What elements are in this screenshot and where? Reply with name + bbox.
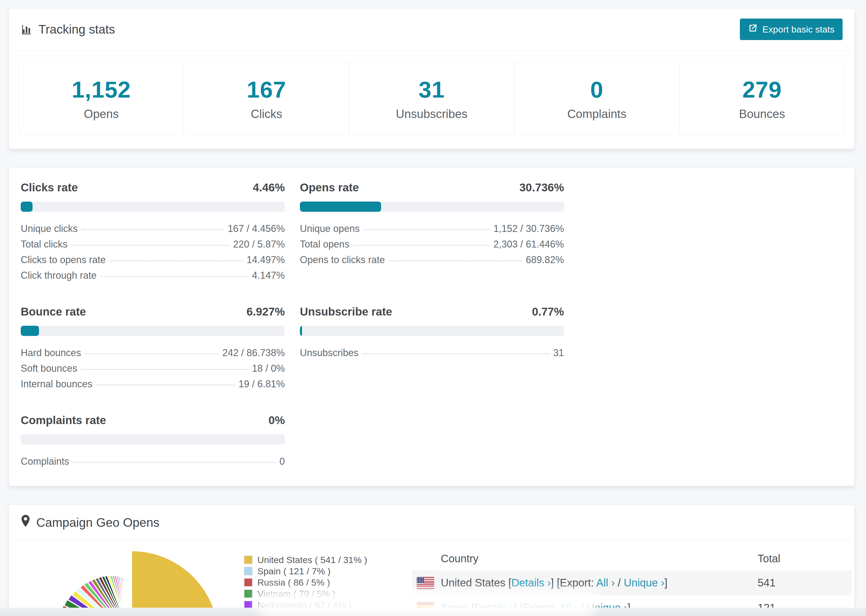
rate-value: 6.927%: [247, 305, 285, 318]
tracking-stats-header: Tracking stats Export basic stats: [9, 8, 855, 50]
rate-block-clicks-rate: Clicks rate4.46%Unique clicks167 / 4.456…: [21, 181, 285, 285]
dotted-leader: [353, 245, 490, 246]
rate-stat-row-total-opens: Total opens2,303 / 61.446%: [300, 239, 564, 254]
rate-block-bounce-rate: Bounce rate6.927%Hard bounces242 / 86.73…: [21, 305, 285, 394]
summary-stat-value: 1,152: [72, 76, 131, 103]
column-header-total: Total: [757, 553, 852, 565]
legend-label: Russia ( 86 / 5% ): [257, 577, 330, 588]
geo-opens-title: Campaign Geo Opens: [36, 515, 159, 530]
export-unique-link-united-states[interactable]: Unique ›: [624, 577, 664, 589]
map-pin-icon: [21, 514, 30, 530]
rate-progress-fill: [21, 201, 33, 212]
rate-progress-track: [21, 434, 285, 445]
rate-progress-fill: [300, 326, 302, 336]
legend-label: United States ( 541 / 31% ): [257, 555, 367, 565]
rate-stat-value: 0: [279, 456, 285, 467]
rate-block-opens-rate: Opens rate30.736%Unique opens1,152 / 30.…: [300, 181, 564, 285]
rate-progress-track: [21, 326, 285, 336]
rate-progress-track: [300, 326, 564, 336]
details-link-united-states[interactable]: Details ›: [511, 577, 551, 589]
dotted-leader: [109, 261, 243, 261]
rate-block-complaints-rate: Complaints rate0%Complaints0: [21, 414, 285, 471]
rate-stat-value: 2,303 / 61.446%: [493, 239, 564, 250]
summary-stat-label: Unsubscribes: [396, 107, 468, 121]
rate-stat-row-clicks-to-opens-rate: Clicks to opens rate14.497%: [21, 254, 285, 270]
rate-title: Bounce rate: [21, 305, 86, 318]
rate-stat-row-total-clicks: Total clicks220 / 5.87%: [21, 239, 285, 254]
summary-stat-value: 31: [419, 76, 445, 103]
rate-stat-value: 31: [553, 347, 564, 358]
rate-title: Complaints rate: [21, 414, 106, 427]
rate-stat-value: 1,152 / 30.736%: [493, 223, 564, 234]
rate-stat-row-complaints: Complaints0: [21, 456, 285, 471]
rate-value: 4.46%: [253, 181, 285, 194]
tracking-stats-card: Tracking stats Export basic stats 1,152O…: [9, 8, 855, 149]
rate-value: 30.736%: [519, 181, 564, 194]
rates-grid: Clicks rate4.46%Unique clicks167 / 4.456…: [21, 181, 842, 471]
rate-stat-label: Hard bounces: [21, 347, 81, 358]
legend-item-russia[interactable]: Russia ( 86 / 5% ): [244, 577, 380, 588]
page-title: Tracking stats: [21, 22, 115, 36]
export-basic-stats-button[interactable]: Export basic stats: [740, 19, 842, 40]
rate-stat-value: 4.147%: [252, 270, 285, 281]
rate-progress-track: [300, 201, 564, 212]
pie-slice-united-states[interactable]: [132, 551, 219, 616]
rate-stat-value: 18 / 0%: [252, 363, 285, 374]
rate-stat-label: Internal bounces: [21, 379, 92, 390]
rate-stat-label: Unique clicks: [21, 223, 78, 234]
rate-stat-row-unique-opens: Unique opens1,152 / 30.736%: [300, 223, 564, 239]
rate-stat-row-unsubscribes: Unsubscribes31: [300, 347, 564, 363]
dashboard-page: Tracking stats Export basic stats 1,152O…: [9, 8, 855, 616]
dotted-leader: [73, 462, 276, 463]
dotted-leader: [82, 229, 224, 230]
rate-value: 0%: [268, 414, 285, 427]
blurred-artifact: [255, 589, 597, 616]
legend-swatch: [244, 556, 252, 564]
legend-label: Spain ( 121 / 7% ): [257, 566, 331, 577]
summary-stat-label: Complaints: [567, 107, 627, 121]
dotted-leader: [85, 354, 219, 354]
rate-stat-label: Soft bounces: [21, 363, 77, 374]
geo-pie-chart: [43, 549, 220, 616]
rate-stat-label: Unsubscribes: [300, 347, 359, 358]
rate-stat-label: Total clicks: [21, 239, 68, 250]
rate-stat-label: Complaints: [21, 456, 69, 467]
rate-value: 0.77%: [532, 305, 564, 318]
summary-stat-value: 167: [247, 76, 287, 103]
dotted-leader: [389, 261, 522, 261]
rate-stat-row-unique-clicks: Unique clicks167 / 4.456%: [21, 223, 285, 239]
bar-chart-icon: [21, 24, 33, 35]
summary-stat-label: Clicks: [251, 107, 282, 121]
export-icon: [748, 24, 757, 35]
dotted-leader: [71, 245, 230, 246]
rate-stat-label: Opens to clicks rate: [300, 254, 385, 266]
legend-swatch: [244, 567, 252, 575]
rate-progress-track: [21, 201, 285, 212]
rate-stat-row-opens-to-clicks-rate: Opens to clicks rate689.82%: [300, 254, 564, 270]
summary-stat-label: Opens: [84, 107, 119, 121]
summary-stat-complaints: 0Complaints: [514, 61, 680, 136]
country-name: United States: [441, 577, 508, 589]
rate-stat-label: Total opens: [300, 239, 350, 250]
rate-title: Opens rate: [300, 181, 359, 194]
rate-stat-row-soft-bounces: Soft bounces18 / 0%: [21, 363, 285, 379]
rate-stat-label: Unique opens: [300, 223, 360, 234]
legend-item-spain[interactable]: Spain ( 121 / 7% ): [244, 566, 380, 577]
geo-opens-header: Campaign Geo Opens: [9, 505, 855, 540]
rate-stat-row-hard-bounces: Hard bounces242 / 86.738%: [21, 347, 285, 363]
legend-swatch: [244, 589, 252, 598]
legend-item-united-states[interactable]: United States ( 541 / 31% ): [244, 554, 380, 566]
rate-stat-value: 220 / 5.87%: [233, 239, 285, 250]
rate-stat-label: Clicks to opens rate: [21, 254, 106, 266]
export-all-link-united-states[interactable]: All ›: [596, 577, 615, 589]
rate-stat-value: 167 / 4.456%: [228, 223, 285, 234]
rate-stat-value: 14.497%: [247, 254, 285, 266]
rate-title: Unsubscribe rate: [300, 305, 392, 318]
dotted-leader: [363, 229, 490, 230]
rates-card: Clicks rate4.46%Unique clicks167 / 4.456…: [9, 167, 855, 486]
flag-united-states-icon: [417, 577, 434, 589]
summary-stat-unsubscribes: 31Unsubscribes: [349, 61, 514, 136]
summary-stats-row: 1,152Opens167Clicks31Unsubscribes0Compla…: [9, 50, 855, 149]
rate-stat-label: Click through rate: [21, 270, 96, 281]
column-header-country: Country: [441, 553, 757, 565]
